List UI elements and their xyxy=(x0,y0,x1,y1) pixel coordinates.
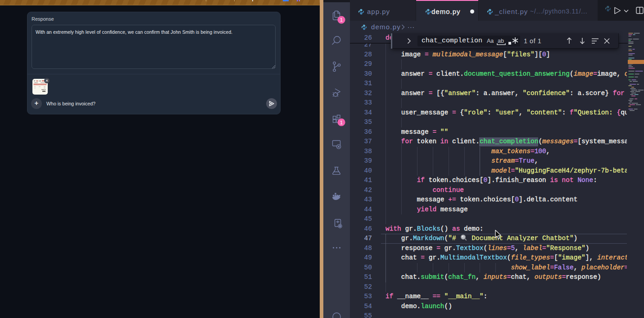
svg-text:1: 1 xyxy=(340,17,343,23)
svg-text:1: 1 xyxy=(340,120,343,125)
